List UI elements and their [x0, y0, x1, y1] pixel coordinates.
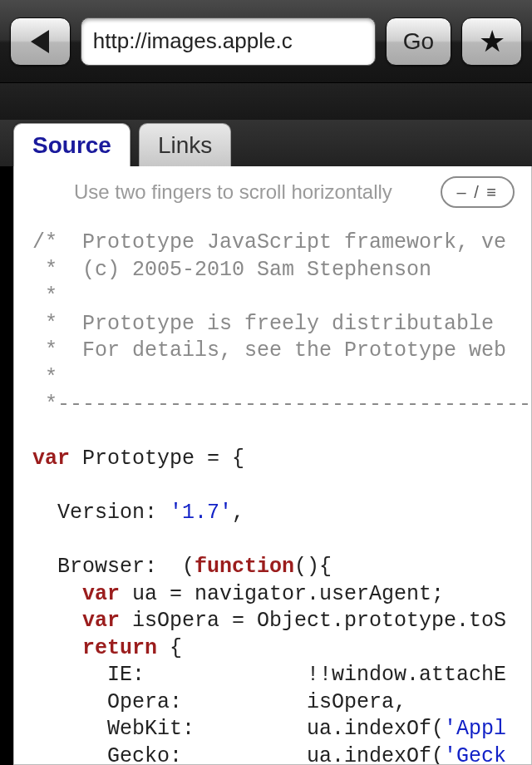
code-token: , [232, 501, 244, 525]
code-token: 'Appl [444, 717, 506, 741]
code-line: * [32, 366, 57, 390]
bookmark-button[interactable]: ★ [461, 17, 522, 66]
code-line: * For details, see the Prototype web [32, 338, 506, 363]
back-button[interactable] [10, 17, 71, 66]
go-button[interactable]: Go [386, 17, 451, 66]
code-token: return [82, 636, 157, 660]
code-line: IE: !!window.attachE [32, 663, 506, 687]
code-token: Prototype = { [70, 447, 244, 471]
scroll-hint: Use two fingers to scroll horizontally [74, 180, 392, 204]
code-line: * (c) 2005-2010 Sam Stephenson [32, 258, 431, 282]
source-panel: Use two fingers to scroll horizontally –… [13, 166, 532, 765]
code-token: 'Geck [444, 744, 506, 766]
code-token: Version: [32, 501, 170, 525]
code-token: WebKit: ua.indexOf( [32, 717, 444, 741]
code-line: * [32, 284, 57, 308]
tab-links-label: Links [158, 132, 212, 159]
code-token: { [157, 636, 182, 660]
code-token: function [195, 555, 294, 579]
code-token: var [82, 582, 120, 606]
code-token: isOpera = Object.prototype.toS [120, 609, 506, 633]
code-token: var [82, 609, 120, 633]
code-token: '1.7' [170, 501, 232, 525]
tab-links[interactable]: Links [139, 123, 231, 166]
code-token: var [32, 447, 70, 471]
code-token: Browser: ( [32, 555, 195, 579]
code-token: ua = navigator.userAgent; [120, 582, 444, 606]
tabs-row: Source Links [0, 120, 532, 166]
toolbar: Go ★ [0, 0, 532, 83]
code-line: *-------------------------------------- [32, 392, 531, 417]
wrap-toggle-button[interactable]: – / ≡ [441, 176, 515, 208]
back-triangle-icon [31, 30, 49, 53]
wrap-toggle-label: – / ≡ [457, 183, 498, 202]
hint-row: Use two fingers to scroll horizontally –… [14, 166, 531, 218]
code-token: (){ [294, 555, 332, 579]
code-token [32, 582, 82, 606]
code-line: * Prototype is freely distributable [32, 312, 506, 336]
go-button-label: Go [403, 28, 434, 55]
star-icon: ★ [479, 27, 505, 57]
tab-source-label: Source [32, 132, 111, 159]
code-token [32, 636, 82, 660]
code-token: Gecko: ua.indexOf( [32, 744, 444, 766]
url-input[interactable] [81, 17, 376, 66]
source-code[interactable]: /* Prototype JavaScript framework, ve * … [14, 218, 531, 765]
toolbar-gap [0, 83, 532, 120]
code-line: /* Prototype JavaScript framework, ve [32, 230, 506, 254]
tab-source[interactable]: Source [13, 123, 131, 166]
code-line: Opera: isOpera, [32, 690, 406, 714]
code-token [32, 609, 82, 633]
